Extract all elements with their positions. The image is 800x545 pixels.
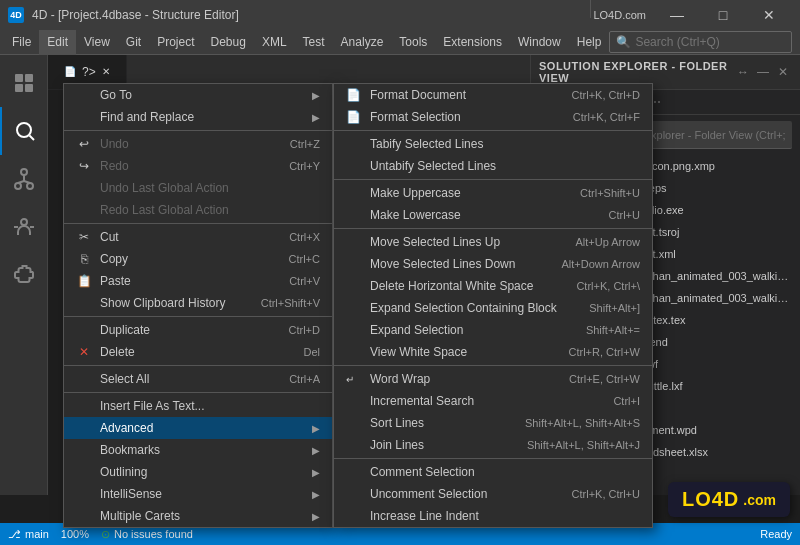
- join-lines-shortcut: Shift+Alt+L, Shift+Alt+J: [527, 439, 640, 451]
- activity-explorer[interactable]: [0, 59, 48, 107]
- panel-btn-3[interactable]: ✕: [774, 63, 792, 81]
- copy-shortcut: Ctrl+C: [289, 253, 320, 265]
- close-button[interactable]: ✕: [746, 0, 792, 30]
- menu-project[interactable]: Project: [149, 30, 202, 55]
- untabify-label: Untabify Selected Lines: [370, 159, 496, 173]
- submenu-uncomment[interactable]: Uncomment Selection Ctrl+K, Ctrl+U: [334, 483, 652, 505]
- undo-label: Undo: [100, 137, 129, 151]
- menu-bookmarks[interactable]: Bookmarks ▶: [64, 439, 332, 461]
- solution-explorer-title: Solution Explorer - Folder View: [539, 60, 734, 84]
- menu-undo-global[interactable]: Undo Last Global Action: [64, 177, 332, 199]
- maximize-button[interactable]: □: [700, 0, 746, 30]
- submenu-sep-1: [334, 130, 652, 131]
- submenu-expand-sel[interactable]: Expand Selection Shift+Alt+=: [334, 319, 652, 341]
- intellisense-icon: [76, 486, 92, 502]
- menu-multiple-carets[interactable]: Multiple Carets ▶: [64, 505, 332, 527]
- goto-icon: [76, 87, 92, 103]
- activity-debug[interactable]: [0, 203, 48, 251]
- menu-cut[interactable]: ✂ Cut Ctrl+X: [64, 226, 332, 248]
- format-sel-icon: 📄: [346, 110, 362, 124]
- minimize-button[interactable]: —: [654, 0, 700, 30]
- global-search-input[interactable]: [635, 35, 785, 49]
- menu-file[interactable]: File: [4, 30, 39, 55]
- menu-paste[interactable]: 📋 Paste Ctrl+V: [64, 270, 332, 292]
- redo-global-icon: [76, 202, 92, 218]
- cut-icon: ✂: [76, 229, 92, 245]
- menu-help[interactable]: Help: [569, 30, 610, 55]
- menu-outlining[interactable]: Outlining ▶: [64, 461, 332, 483]
- advanced-label: Advanced: [100, 421, 153, 435]
- submenu-untabify[interactable]: Untabify Selected Lines: [334, 155, 652, 177]
- menu-git[interactable]: Git: [118, 30, 149, 55]
- menu-item-left: Multiple Carets: [76, 508, 180, 524]
- submenu-format-doc[interactable]: 📄 Format Document Ctrl+K, Ctrl+D: [334, 84, 652, 106]
- move-down-shortcut: Alt+Down Arrow: [561, 258, 640, 270]
- menu-xml[interactable]: XML: [254, 30, 295, 55]
- submenu-view-whitespace[interactable]: View White Space Ctrl+R, Ctrl+W: [334, 341, 652, 363]
- status-branch[interactable]: ⎇ main: [8, 528, 49, 541]
- uncomment-shortcut: Ctrl+K, Ctrl+U: [572, 488, 640, 500]
- panel-controls: ↔ — ✕: [734, 63, 792, 81]
- submenu-format-sel[interactable]: 📄 Format Selection Ctrl+K, Ctrl+F: [334, 106, 652, 128]
- menu-debug[interactable]: Debug: [203, 30, 254, 55]
- submenu-join-lines[interactable]: Join Lines Shift+Alt+L, Shift+Alt+J: [334, 434, 652, 456]
- menu-view[interactable]: View: [76, 30, 118, 55]
- submenu-sort-lines[interactable]: Sort Lines Shift+Alt+L, Shift+Alt+S: [334, 412, 652, 434]
- submenu-uppercase[interactable]: Make Uppercase Ctrl+Shift+U: [334, 182, 652, 204]
- undo-shortcut: Ctrl+Z: [290, 138, 320, 150]
- menu-edit[interactable]: Edit: [39, 30, 76, 55]
- menu-redo[interactable]: ↪ Redo Ctrl+Y: [64, 155, 332, 177]
- menu-redo-global[interactable]: Redo Last Global Action: [64, 199, 332, 221]
- menu-sep-1: [64, 130, 332, 131]
- menu-window[interactable]: Window: [510, 30, 569, 55]
- submenu-item-left: ↵ Word Wrap: [346, 372, 430, 386]
- menu-duplicate[interactable]: Duplicate Ctrl+D: [64, 319, 332, 341]
- activity-search[interactable]: [0, 107, 48, 155]
- panel-btn-2[interactable]: —: [754, 63, 772, 81]
- activity-extensions[interactable]: [0, 251, 48, 299]
- title-bar-title: 4D - [Project.4dbase - Structure Editor]: [32, 8, 239, 22]
- menu-test[interactable]: Test: [295, 30, 333, 55]
- panel-btn-1[interactable]: ↔: [734, 63, 752, 81]
- submenu-tabify[interactable]: Tabify Selected Lines: [334, 133, 652, 155]
- submenu-comment[interactable]: Comment Selection: [334, 461, 652, 483]
- menu-item-left: 📋 Paste: [76, 273, 131, 289]
- submenu-move-down[interactable]: Move Selected Lines Down Alt+Down Arrow: [334, 253, 652, 275]
- submenu-incremental-search[interactable]: Incremental Search Ctrl+I: [334, 390, 652, 412]
- menu-clipboard[interactable]: Show Clipboard History Ctrl+Shift+V: [64, 292, 332, 314]
- word-wrap-label: Word Wrap: [370, 372, 430, 386]
- submenu-lowercase[interactable]: Make Lowercase Ctrl+U: [334, 204, 652, 226]
- submenu-increase-indent[interactable]: Increase Line Indent: [334, 505, 652, 527]
- status-issues[interactable]: ⊙ No issues found: [101, 528, 193, 541]
- status-zoom[interactable]: 100%: [61, 528, 89, 540]
- submenu-delete-whitespace[interactable]: Delete Horizontal White Space Ctrl+K, Ct…: [334, 275, 652, 297]
- menu-tools[interactable]: Tools: [391, 30, 435, 55]
- menu-item-left: Outlining: [76, 464, 147, 480]
- menu-item-left: ⎘ Copy: [76, 251, 128, 267]
- submenu-word-wrap[interactable]: ↵ Word Wrap Ctrl+E, Ctrl+W: [334, 368, 652, 390]
- menu-intellisense[interactable]: IntelliSense ▶: [64, 483, 332, 505]
- menu-analyze[interactable]: Analyze: [333, 30, 392, 55]
- menu-delete[interactable]: ✕ Delete Del: [64, 341, 332, 363]
- lowercase-shortcut: Ctrl+U: [609, 209, 640, 221]
- multiple-carets-label: Multiple Carets: [100, 509, 180, 523]
- svg-rect-0: [15, 74, 23, 82]
- clipboard-label: Show Clipboard History: [100, 296, 225, 310]
- undo-global-icon: [76, 180, 92, 196]
- menu-undo[interactable]: ↩ Undo Ctrl+Z: [64, 133, 332, 155]
- menu-insert-file[interactable]: Insert File As Text...: [64, 395, 332, 417]
- menu-extensions[interactable]: Extensions: [435, 30, 510, 55]
- menu-select-all[interactable]: Select All Ctrl+A: [64, 368, 332, 390]
- submenu-expand-block[interactable]: Expand Selection Containing Block Shift+…: [334, 297, 652, 319]
- menu-goto[interactable]: Go To ▶: [64, 84, 332, 106]
- menu-advanced[interactable]: Advanced ▶: [64, 417, 332, 439]
- submenu-move-up[interactable]: Move Selected Lines Up Alt+Up Arrow: [334, 231, 652, 253]
- menu-find-replace[interactable]: Find and Replace ▶: [64, 106, 332, 128]
- zoom-level: 100%: [61, 528, 89, 540]
- lowercase-label: Make Lowercase: [370, 208, 461, 222]
- activity-git[interactable]: [0, 155, 48, 203]
- menu-copy[interactable]: ⎘ Copy Ctrl+C: [64, 248, 332, 270]
- expand-block-shortcut: Shift+Alt+]: [589, 302, 640, 314]
- global-search-box[interactable]: 🔍: [609, 31, 792, 53]
- insert-file-icon: [76, 398, 92, 414]
